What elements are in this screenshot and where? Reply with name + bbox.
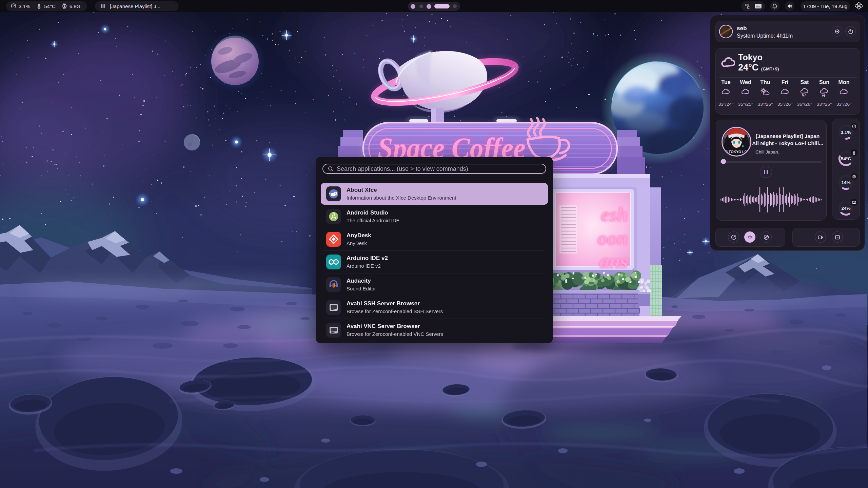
svg-text:14%: 14%: [841, 180, 850, 185]
svg-text:C: C: [747, 5, 750, 9]
svg-text:24%: 24%: [841, 206, 850, 211]
svg-text:54°C: 54°C: [841, 156, 851, 161]
svg-text:oon: oon: [597, 227, 628, 249]
svg-text:ans: ans: [599, 250, 628, 272]
svg-text:3.1%: 3.1%: [841, 130, 851, 135]
svg-text:esh: esh: [600, 203, 628, 225]
